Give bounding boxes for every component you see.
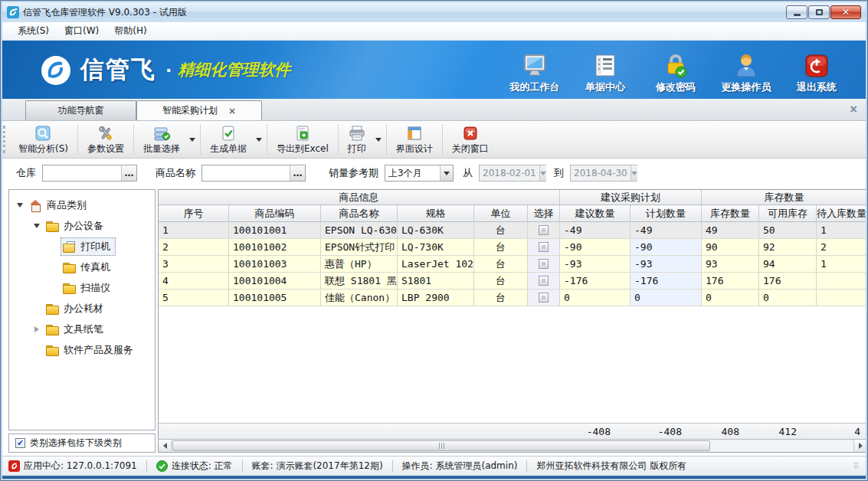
settings-tools-icon: [98, 125, 113, 142]
minimize-button[interactable]: [786, 5, 807, 19]
checkbox-icon: [539, 293, 549, 303]
row-select-checkbox[interactable]: [528, 239, 560, 256]
toolbar-grip: [3, 126, 8, 153]
ui-design-button[interactable]: 界面设计: [387, 121, 442, 158]
tree-item[interactable]: 打印机: [9, 236, 155, 257]
close-window-button[interactable]: 关闭窗口: [443, 121, 498, 158]
tab-function-nav[interactable]: 功能导航窗: [25, 100, 136, 120]
from-date-combobox[interactable]: 2018-02-01: [479, 165, 546, 182]
status-operator: 操作员: 系统管理员(admin): [402, 460, 518, 473]
workstation-button[interactable]: 我的工作台: [500, 49, 570, 94]
password-lock-icon: [663, 49, 688, 78]
tree-expander-icon[interactable]: [49, 242, 58, 251]
tree-expander-icon[interactable]: [32, 221, 41, 231]
row-select-checkbox[interactable]: [528, 256, 560, 273]
status-copyright: 郑州亚拓软件科技有限公司 版权所有: [536, 460, 686, 473]
print-button[interactable]: 打印: [339, 121, 375, 158]
workstation-icon: [522, 49, 548, 78]
tree-item[interactable]: 软件产品及服务: [9, 339, 155, 360]
tree-expander-icon[interactable]: [32, 345, 41, 355]
product-input-group: …: [201, 165, 306, 182]
ui-design-icon: [407, 125, 422, 142]
panel-close-icon[interactable]: ×: [849, 103, 858, 115]
table-row[interactable]: 5 100101005 佳能（Canon） LBP 2900 台 0 0 0 0: [159, 290, 866, 306]
tree-item[interactable]: 办公耗材: [9, 298, 155, 319]
batch-select-dropdown-icon[interactable]: [189, 138, 195, 142]
tab-smart-purchase-plan[interactable]: 智能采购计划 ×: [136, 100, 262, 120]
generate-document-button[interactable]: 生成单据: [201, 121, 256, 158]
horizontal-scrollbar[interactable]: [159, 439, 866, 452]
print-icon: [349, 125, 365, 142]
warehouse-input[interactable]: [43, 165, 121, 181]
tree-item[interactable]: 文具纸笔: [9, 319, 155, 339]
minimize-icon: [794, 14, 801, 16]
scroll-right-icon[interactable]: [853, 440, 866, 452]
parameter-settings-button[interactable]: 参数设置: [78, 121, 133, 158]
export-excel-button[interactable]: 导出到Excel: [267, 121, 338, 158]
tree-item[interactable]: 扫描仪: [9, 277, 155, 298]
window-title: 信管飞仓库管理软件 V9.0.303 - 试用版: [23, 6, 785, 19]
tree-expander-icon[interactable]: [15, 201, 25, 210]
warehouse-picker-icon[interactable]: …: [121, 165, 136, 181]
close-window-icon: [463, 125, 477, 142]
group-suggested-purchase: 建议采购计划: [560, 190, 702, 205]
from-date-dropdown-icon[interactable]: [539, 165, 546, 181]
analyze-search-icon: [35, 125, 51, 142]
menu-system[interactable]: 系统(S): [10, 22, 57, 40]
change-password-button[interactable]: 修改密码: [640, 49, 711, 94]
period-combobox[interactable]: 上3个月: [385, 165, 454, 182]
generate-document-dropdown-icon[interactable]: [256, 138, 262, 142]
scroll-left-icon[interactable]: [159, 440, 172, 452]
tree-item[interactable]: 办公设备: [9, 215, 155, 236]
checkbox-icon: [539, 225, 549, 235]
tree-item[interactable]: 商品类别: [9, 195, 155, 215]
tree-node-icon: [46, 221, 59, 231]
exit-system-button[interactable]: 退出系统: [781, 49, 852, 94]
close-button[interactable]: ✕: [830, 5, 861, 19]
app-window: 信管飞仓库管理软件 V9.0.303 - 试用版 ✕ 系统(S) 窗口(W) 帮…: [0, 0, 868, 481]
smart-analyze-button[interactable]: 智能分析(S): [9, 121, 77, 158]
group-stock-quantity: 库存数量: [702, 190, 866, 205]
main-area: 商品类别 办公设备 打印机 传真机 扫描仪 办公耗材: [2, 188, 866, 456]
checkbox-icon: [539, 259, 549, 269]
table-row[interactable]: 1 100101001 EPSON LQ-630K LQ-630K 台 -49 …: [159, 222, 866, 239]
table-row[interactable]: 2 100101002 EPSON针式打印 LQ-730K 台 -90 -90 …: [159, 239, 866, 256]
tree-node-icon: [46, 324, 59, 335]
documents-icon: [594, 49, 617, 78]
warehouse-input-group: …: [42, 165, 137, 182]
tree-node-icon: [63, 262, 76, 273]
resize-grip[interactable]: ⠿: [853, 462, 860, 470]
switch-operator-button[interactable]: 更换操作员: [711, 49, 781, 94]
menu-window[interactable]: 窗口(W): [57, 22, 106, 40]
scrollbar-thumb[interactable]: [172, 440, 710, 451]
purchase-plan-grid: 商品信息 建议采购计划 库存数量 序号 商品编码 商品名称 规格 单位 选择 建…: [158, 189, 866, 453]
product-name-input[interactable]: [202, 165, 290, 181]
brand-logo-icon: [39, 53, 73, 87]
to-date-combobox[interactable]: 2018-04-30: [570, 165, 637, 182]
table-row[interactable]: 4 100101004 联想 S1801 黑 S1801 台 -176 -176…: [159, 273, 866, 290]
tree-item[interactable]: 传真机: [9, 257, 155, 277]
to-date-dropdown-icon[interactable]: [631, 165, 637, 181]
tree-expander-icon[interactable]: [49, 283, 58, 293]
tree-expander-icon[interactable]: [32, 325, 41, 334]
row-select-checkbox[interactable]: [528, 222, 560, 239]
product-picker-icon[interactable]: …: [290, 165, 305, 181]
include-subcategory-option[interactable]: ✔ 类别选择包括下级类别: [8, 434, 156, 453]
tab-close-icon[interactable]: ×: [228, 106, 236, 116]
tree-expander-icon[interactable]: [32, 304, 41, 313]
menu-help[interactable]: 帮助(H): [106, 22, 154, 40]
tree-expander-icon[interactable]: [49, 263, 58, 272]
batch-select-button[interactable]: 批量选择: [134, 121, 189, 158]
table-row[interactable]: 3 100101003 惠普（HP） LaserJet 1020 台 -93 -…: [159, 256, 866, 273]
maximize-icon: [816, 9, 823, 15]
include-subcategory-checkbox[interactable]: ✔: [15, 438, 25, 448]
warehouse-label: 仓库: [16, 166, 36, 180]
maximize-button[interactable]: [808, 5, 830, 19]
print-dropdown-icon[interactable]: [375, 138, 382, 142]
tree-node-icon: [46, 345, 59, 355]
row-select-checkbox[interactable]: [528, 290, 560, 306]
tab-strip: 功能导航窗 智能采购计划 × ×: [2, 99, 866, 120]
period-dropdown-icon[interactable]: [440, 165, 453, 181]
document-center-button[interactable]: 单据中心: [570, 49, 640, 94]
row-select-checkbox[interactable]: [528, 273, 560, 290]
